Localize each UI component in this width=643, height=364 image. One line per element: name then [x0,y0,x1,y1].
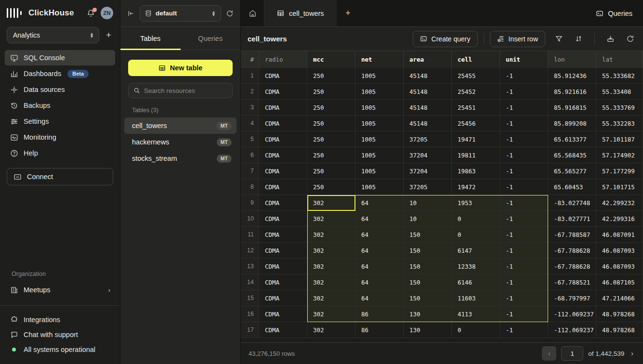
cell-lon[interactable]: 65.565277 [548,163,596,179]
sort-icon[interactable] [569,35,589,43]
cell-lat[interactable]: 42.299232 [596,195,643,211]
cell-net[interactable]: 64 [355,211,404,227]
cell-lat[interactable]: 57.174902 [596,147,643,163]
cell-mcc[interactable]: 250 [307,131,355,147]
row-number[interactable]: 7 [241,163,259,179]
row-number[interactable]: 8 [241,179,259,195]
cell-cell[interactable]: 19471 [452,131,500,147]
cell-net[interactable]: 1005 [355,68,404,84]
cell-unit[interactable]: -1 [500,211,548,227]
collapse-panel-icon[interactable] [127,10,135,17]
cell-area[interactable]: 45148 [404,68,452,84]
row-number[interactable]: 16 [241,306,259,322]
cell-unit[interactable]: -1 [500,116,548,131]
cell-area[interactable]: 37204 [404,163,452,179]
page-input[interactable] [561,346,583,361]
cell-cell[interactable]: 0 [452,322,500,338]
cell-lat[interactable]: 46.087093 [596,259,643,274]
cell-cell[interactable]: 6147 [452,243,500,259]
cell-cell[interactable]: 12338 [452,259,500,274]
add-workspace-button[interactable]: + [104,29,113,41]
cell-lon[interactable]: 65.568435 [548,147,596,163]
queries-button[interactable]: Queries [585,0,643,26]
next-page-button[interactable]: › [629,350,635,357]
tab-queries[interactable]: Queries [181,27,241,50]
cell-mcc[interactable]: 302 [307,211,355,227]
sidebar-item-sql-console[interactable]: SQL Console [5,50,115,65]
cell-area[interactable]: 10 [404,195,452,211]
cell-lat[interactable]: 46.087093 [596,243,643,259]
system-status[interactable]: All systems operational [5,342,115,357]
cell-unit[interactable]: -1 [500,195,548,211]
row-number[interactable]: 6 [241,147,259,163]
cell-radio[interactable]: CDMA [259,322,307,338]
cell-radio[interactable]: CDMA [259,195,307,211]
cell-mcc[interactable]: 302 [307,195,355,211]
row-number[interactable]: 15 [241,290,259,306]
cell-area[interactable]: 130 [404,306,452,322]
tab-tables[interactable]: Tables [120,27,181,50]
cell-unit[interactable]: -1 [500,243,548,259]
cell-area[interactable]: 150 [404,243,452,259]
cell-net[interactable]: 64 [355,243,404,259]
cell-radio[interactable]: CDMA [259,147,307,163]
column-header-mcc[interactable]: mcc [307,51,355,68]
cell-unit[interactable]: -1 [500,259,548,274]
cell-unit[interactable]: -1 [500,84,548,100]
database-select[interactable]: default ▲▼ [140,5,221,22]
cell-lon[interactable]: -112.069237 [548,322,596,338]
cell-mcc[interactable]: 302 [307,306,355,322]
cell-cell[interactable]: 0 [452,211,500,227]
cell-lon[interactable]: -67.788628 [548,259,596,274]
sidebar-item-meetups[interactable]: Meetups › [5,282,115,298]
cell-net[interactable]: 1005 [355,147,404,163]
cell-radio[interactable]: CDMA [259,306,307,322]
table-list-item-hackernews[interactable]: hackernews MT [124,134,236,150]
cell-radio[interactable]: CDMA [259,290,307,306]
cell-area[interactable]: 150 [404,274,452,290]
open-tab-cell-towers[interactable]: cell_towers [264,0,337,26]
cell-net[interactable]: 1005 [355,131,404,147]
cell-mcc[interactable]: 250 [307,100,355,116]
cell-radio[interactable]: CDMA [259,259,307,274]
cell-cell[interactable]: 4113 [452,306,500,322]
filter-icon[interactable] [549,35,569,43]
cell-cell[interactable]: 19863 [452,163,500,179]
cell-net[interactable]: 86 [355,322,404,338]
cell-area[interactable]: 37204 [404,147,452,163]
cell-net[interactable]: 64 [355,274,404,290]
column-header-net[interactable]: net [355,51,404,68]
cell-net[interactable]: 1005 [355,84,404,100]
cell-area[interactable]: 37205 [404,179,452,195]
cell-unit[interactable]: -1 [500,306,548,322]
search-resources-input[interactable] [144,87,227,94]
notifications-bell-icon[interactable] [87,9,95,17]
column-header-cell[interactable]: cell [452,51,500,68]
column-header-radio[interactable]: radio [259,51,307,68]
cell-cell[interactable]: 0 [452,227,500,243]
cell-net[interactable]: 64 [355,227,404,243]
cell-area[interactable]: 45148 [404,100,452,116]
cell-mcc[interactable]: 250 [307,179,355,195]
column-header-rownum[interactable]: # [241,51,259,68]
cell-lon[interactable]: 65.60453 [548,179,596,195]
cell-lon[interactable]: -112.069237 [548,306,596,322]
column-header-area[interactable]: area [404,51,452,68]
cell-radio[interactable]: CDMA [259,116,307,131]
column-header-unit[interactable]: unit [500,51,548,68]
cell-radio[interactable]: CDMA [259,274,307,290]
cell-mcc[interactable]: 302 [307,243,355,259]
row-number[interactable]: 5 [241,131,259,147]
cell-net[interactable]: 64 [355,195,404,211]
cell-mcc[interactable]: 250 [307,68,355,84]
cell-unit[interactable]: -1 [500,100,548,116]
cell-net[interactable]: 1005 [355,116,404,131]
cell-net[interactable]: 1005 [355,179,404,195]
cell-mcc[interactable]: 302 [307,322,355,338]
create-query-button[interactable]: Create query [413,31,478,47]
cell-area[interactable]: 10 [404,211,452,227]
download-icon[interactable] [601,35,620,43]
cell-unit[interactable]: -1 [500,322,548,338]
cell-unit[interactable]: -1 [500,68,548,84]
cell-mcc[interactable]: 250 [307,163,355,179]
